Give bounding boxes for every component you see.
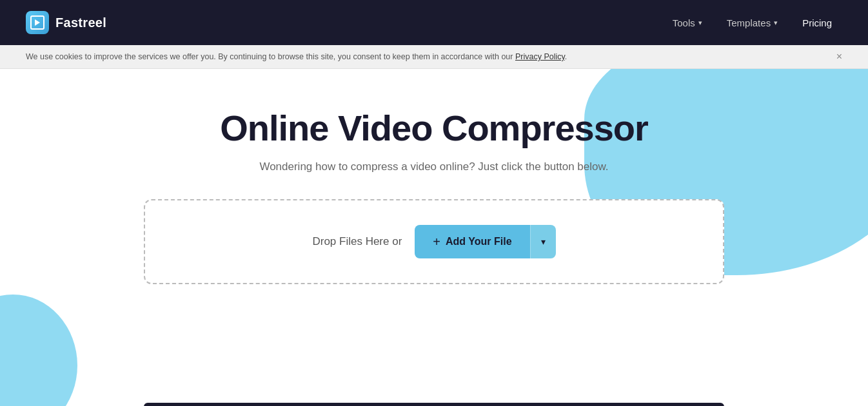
plus-icon: + bbox=[433, 235, 440, 248]
nav-pricing-label: Pricing bbox=[802, 17, 832, 28]
nav-item-pricing[interactable]: Pricing bbox=[792, 12, 842, 34]
bottom-bar bbox=[144, 403, 724, 406]
add-file-dropdown-button[interactable]: ▾ bbox=[530, 225, 556, 258]
add-file-btn-wrapper: + Add Your File ▾ bbox=[415, 225, 555, 258]
brand-logo bbox=[26, 11, 49, 34]
page-title: Online Video Compressor bbox=[157, 108, 711, 149]
cookie-text: We use cookies to improve the services w… bbox=[26, 52, 567, 61]
cookie-message: We use cookies to improve the services w… bbox=[26, 52, 513, 61]
chevron-down-icon: ▾ bbox=[698, 19, 702, 27]
blob-bottom-left bbox=[0, 295, 77, 406]
chevron-down-icon: ▾ bbox=[541, 237, 546, 247]
privacy-policy-link[interactable]: Privacy Policy bbox=[515, 52, 565, 61]
brand-name: Fastreel bbox=[55, 15, 106, 30]
upload-zone: Drop Files Here or + Add Your File ▾ bbox=[144, 199, 724, 284]
nav-item-tools[interactable]: Tools ▾ bbox=[662, 12, 713, 34]
logo-icon bbox=[30, 15, 44, 30]
hero-subtitle: Wondering how to compress a video online… bbox=[157, 160, 711, 173]
nav-tools-label: Tools bbox=[673, 17, 695, 28]
nav-links: Tools ▾ Templates ▾ Pricing bbox=[662, 12, 842, 34]
cookie-banner: We use cookies to improve the services w… bbox=[0, 45, 868, 69]
hero-section: Online Video Compressor Wondering how to… bbox=[0, 69, 868, 406]
nav-item-templates[interactable]: Templates ▾ bbox=[716, 12, 788, 34]
add-file-label: Add Your File bbox=[446, 236, 512, 247]
drop-files-text: Drop Files Here or bbox=[312, 235, 402, 248]
add-file-button[interactable]: + Add Your File bbox=[415, 225, 529, 258]
hero-content: Online Video Compressor Wondering how to… bbox=[144, 108, 724, 199]
nav-templates-label: Templates bbox=[727, 17, 771, 28]
brand: Fastreel bbox=[26, 11, 106, 34]
chevron-down-icon: ▾ bbox=[774, 19, 778, 27]
navbar: Fastreel Tools ▾ Templates ▾ Pricing bbox=[0, 0, 868, 45]
cookie-close-button[interactable]: × bbox=[836, 52, 842, 62]
